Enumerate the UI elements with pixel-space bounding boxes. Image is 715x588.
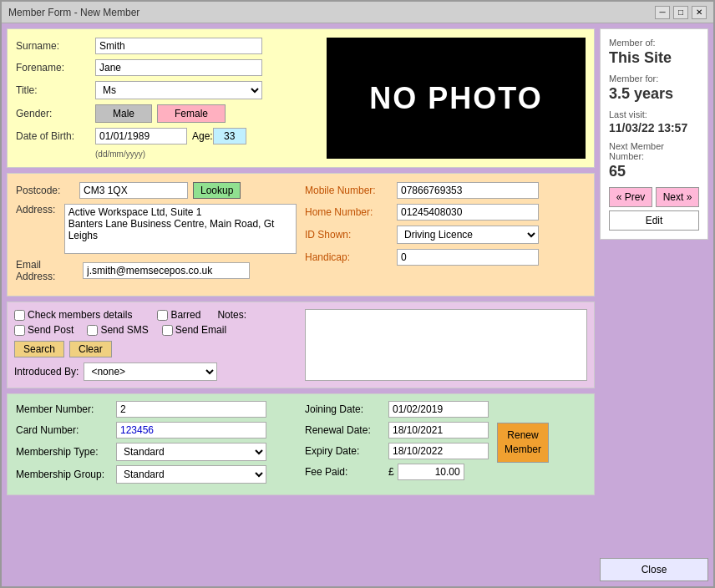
send-post-checkbox[interactable] [14, 325, 25, 336]
membership-type-label: Membership Type: [16, 446, 116, 458]
check-members-checkbox[interactable] [14, 310, 25, 321]
close-button[interactable]: Close [600, 558, 708, 581]
notes-text-area [305, 309, 587, 381]
minimize-button[interactable]: ─ [655, 6, 670, 19]
fee-paid-row: Fee Paid: £ [305, 464, 489, 480]
close-button[interactable]: ✕ [692, 6, 707, 19]
check-row-1: Check members details Barred Notes: [14, 309, 297, 321]
handicap-row: Handicap: [305, 249, 586, 266]
renewal-date-input[interactable] [388, 422, 489, 438]
membership-right: Joining Date: Renewal Date: Expiry Date: [305, 401, 586, 488]
photo-section: NO PHOTO [327, 38, 586, 159]
renewal-date-label: Renewal Date: [305, 424, 388, 436]
joining-date-input[interactable] [388, 401, 489, 418]
member-number-label: Member Number: [16, 403, 116, 415]
expiry-date-input[interactable] [388, 443, 489, 459]
forename-row: Forename: [16, 59, 318, 76]
notes-label: Notes: [217, 309, 246, 321]
last-visit-label: Last visit: [609, 109, 699, 119]
member-of-label: Member of: [609, 38, 699, 48]
send-post-label[interactable]: Send Post [14, 324, 74, 336]
edit-button[interactable]: Edit [609, 210, 699, 231]
maximize-button[interactable]: □ [673, 6, 688, 19]
member-number-input[interactable] [116, 401, 266, 418]
main-content: Surname: Forename: Title: Ms Mr Mrs M [2, 23, 713, 586]
email-label: Email Address: [16, 259, 83, 282]
send-email-text: Send Email [175, 324, 226, 336]
surname-input[interactable] [95, 38, 262, 54]
search-button[interactable]: Search [14, 341, 64, 357]
fee-currency: £ [388, 466, 394, 478]
female-button[interactable]: Female [157, 104, 226, 123]
member-of-value: This Site [609, 49, 699, 67]
titlebar: Member Form - New Member ─ □ ✕ [2, 2, 713, 23]
check-row-2: Send Post Send SMS Send Email [14, 324, 297, 336]
dob-format: (dd/mm/yyyy) [95, 150, 318, 159]
age-input[interactable] [213, 128, 246, 144]
dob-input[interactable] [95, 128, 187, 144]
male-button[interactable]: Male [95, 104, 152, 123]
gender-buttons: Male Female [95, 104, 226, 123]
membership-group-label: Membership Group: [16, 469, 116, 480]
notes-textarea[interactable] [305, 309, 587, 381]
member-info-box: Member of: This Site Member for: 3.5 yea… [600, 28, 708, 240]
address-row: Address: Active Workspace Ltd, Suite 1 B… [16, 204, 297, 254]
prev-button[interactable]: « Prev [609, 187, 652, 207]
postcode-input[interactable] [79, 182, 188, 199]
id-row: ID Shown: Driving Licence Passport Other [305, 226, 586, 244]
member-for-value: 3.5 years [609, 85, 699, 103]
email-input[interactable] [83, 262, 250, 279]
renew-line2: Member [505, 444, 541, 455]
membership-left: Member Number: Card Number: Membership T… [16, 401, 297, 488]
membership-group-select[interactable]: Standard [116, 465, 266, 484]
membership-type-row: Membership Type: Standard [16, 443, 297, 461]
home-input[interactable] [397, 204, 539, 220]
dob-label: Date of Birth: [16, 130, 95, 142]
card-number-input[interactable] [116, 422, 266, 438]
barred-label[interactable]: Barred [157, 309, 200, 321]
clear-button[interactable]: Clear [69, 341, 112, 357]
id-select[interactable]: Driving Licence Passport Other [397, 226, 539, 244]
home-row: Home Number: [305, 204, 586, 220]
send-sms-label[interactable]: Send SMS [87, 324, 148, 336]
no-photo-text: NO PHOTO [369, 81, 542, 116]
renew-cell: Renew Member [497, 401, 549, 484]
membership-right-inner: Joining Date: Renewal Date: Expiry Date: [305, 401, 586, 484]
introduced-select[interactable]: <none> [84, 362, 217, 381]
check-members-label[interactable]: Check members details [14, 309, 132, 321]
introduced-row: Introduced By: <none> [14, 362, 297, 381]
fee-input[interactable] [398, 464, 464, 480]
address-section: Postcode: Lookup Address: Active Workspa… [7, 173, 595, 297]
next-member-value: 65 [609, 163, 699, 180]
address-textarea[interactable]: Active Workspace Ltd, Suite 1 Banters La… [64, 204, 297, 254]
postcode-label: Postcode: [16, 185, 74, 196]
expiry-date-label: Expiry Date: [305, 445, 388, 457]
send-email-checkbox[interactable] [162, 325, 173, 336]
membership-type-select[interactable]: Standard [116, 443, 266, 461]
search-clear-row: Search Clear [14, 341, 297, 357]
card-number-label: Card Number: [16, 424, 116, 436]
address-form: Postcode: Lookup Address: Active Workspa… [16, 182, 297, 287]
nav-buttons: « Prev Next » [609, 187, 699, 207]
lookup-button[interactable]: Lookup [193, 182, 241, 199]
personal-section: Surname: Forename: Title: Ms Mr Mrs M [7, 28, 595, 168]
joining-date-row: Joining Date: [305, 401, 489, 418]
introduced-label: Introduced By: [14, 366, 79, 378]
barred-checkbox[interactable] [157, 310, 168, 321]
title-row: Title: Ms Mr Mrs Miss Dr [16, 81, 318, 99]
forename-input[interactable] [95, 59, 262, 76]
member-for-label: Member for: [609, 74, 699, 84]
gender-row: Gender: Male Female [16, 104, 318, 123]
dates-form: Joining Date: Renewal Date: Expiry Date: [305, 401, 489, 484]
renew-button[interactable]: Renew Member [497, 423, 549, 463]
send-sms-checkbox[interactable] [87, 325, 98, 336]
mobile-input[interactable] [397, 182, 539, 199]
right-panel: Member of: This Site Member for: 3.5 yea… [600, 28, 708, 581]
fee-paid-label: Fee Paid: [305, 466, 388, 478]
home-label: Home Number: [305, 206, 397, 218]
send-email-label[interactable]: Send Email [162, 324, 226, 336]
handicap-input[interactable] [397, 249, 539, 266]
main-window: Member Form - New Member ─ □ ✕ Surname: … [0, 0, 715, 588]
title-select[interactable]: Ms Mr Mrs Miss Dr [95, 81, 262, 99]
next-button[interactable]: Next » [656, 187, 699, 207]
